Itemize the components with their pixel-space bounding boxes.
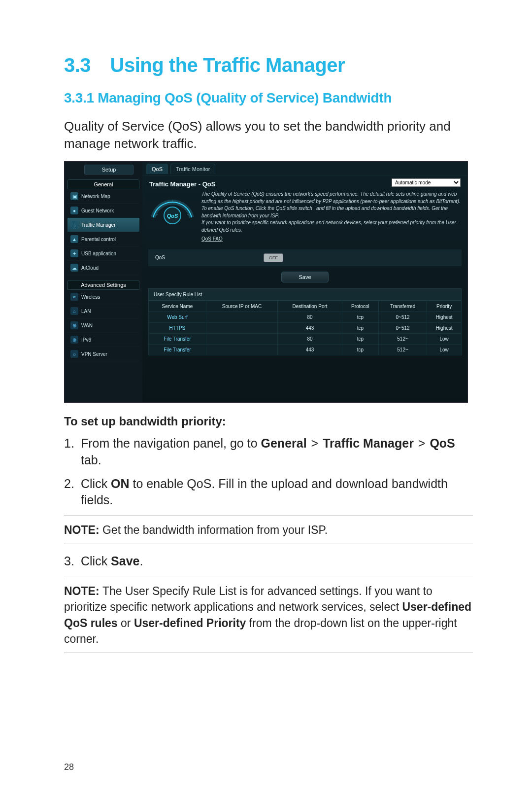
sidebar-item-network-map[interactable]: ▣Network Map [67, 189, 139, 204]
cell-proto: tcp [342, 344, 378, 355]
column-header: Source IP or MAC [206, 301, 277, 312]
cell-proto: tcp [342, 333, 378, 344]
table-row: HTTPS443tcp0~512Highest [149, 322, 462, 333]
mode-dropdown[interactable]: Automatic mode [392, 178, 461, 187]
network-map-icon: ▣ [70, 192, 78, 200]
page-number: 28 [64, 762, 74, 772]
cell-proto: tcp [342, 322, 378, 333]
sidebar-item-aicloud[interactable]: ☁AiCloud [67, 261, 139, 275]
vpn-server-icon: ☼ [70, 350, 78, 358]
sidebar-item-traffic-manager[interactable]: ∴Traffic Manager [67, 218, 139, 232]
qos-gauge-icon: QoS [149, 191, 196, 225]
sidebar-item-label: Wireless [81, 294, 100, 300]
table-row: File Transfer443tcp512~Low [149, 344, 462, 355]
column-header: Destination Port [278, 301, 342, 312]
cell-port: 80 [278, 312, 342, 322]
table-row: File Transfer80tcp512~Low [149, 333, 462, 344]
sidebar-item-label: Parental control [81, 237, 116, 242]
column-header: Service Name [149, 301, 206, 312]
cell-port: 80 [278, 333, 342, 344]
sidebar-group-advanced: Advanced Settings [67, 280, 139, 290]
sidebar-item-ipv6[interactable]: ⊕IPv6 [67, 333, 139, 347]
note-user-rules: NOTE: The User Specify Rule List is for … [64, 577, 473, 653]
usb-application-icon: ✦ [70, 249, 78, 257]
sidebar-item-label: USB application [81, 251, 116, 256]
cell-svc: Web Surf [149, 312, 206, 322]
cell-src [206, 333, 277, 344]
aicloud-icon: ☁ [70, 264, 78, 272]
sidebar-item-wan[interactable]: ⊕WAN [67, 318, 139, 333]
ipv6-icon: ⊕ [70, 336, 78, 344]
manual-page: 3.3 Using the Traffic Manager 3.3.1 Mana… [0, 0, 532, 802]
qos-enable-row: QoS OFF [148, 249, 462, 267]
sidebar-item-wireless[interactable]: ≈Wireless [67, 290, 139, 304]
traffic-manager-icon: ∴ [70, 221, 78, 229]
parental-control-icon: ▲ [70, 235, 78, 243]
lan-icon: ⌂ [70, 307, 78, 315]
cell-svc: File Transfer [149, 333, 206, 344]
tab-qos[interactable]: QoS [146, 164, 168, 174]
qos-description: The Quality of Service (QoS) ensures the… [201, 191, 461, 243]
sidebar-item-usb-application[interactable]: ✦USB application [67, 246, 139, 261]
sidebar-item-lan[interactable]: ⌂LAN [67, 304, 139, 318]
cell-proto: tcp [342, 312, 378, 322]
rule-list-header: User Specify Rule List [148, 288, 462, 301]
cell-trans: 512~ [379, 344, 427, 355]
cell-trans: 0~512 [379, 312, 427, 322]
cell-trans: 0~512 [379, 322, 427, 333]
column-header: Protocol [342, 301, 378, 312]
cell-svc: File Transfer [149, 344, 206, 355]
sidebar-item-label: LAN [81, 309, 91, 314]
column-header: Priority [427, 301, 462, 312]
step-1: 1. From the navigation panel, go to Gene… [64, 435, 473, 469]
cell-src [206, 322, 277, 333]
svg-text:QoS: QoS [167, 213, 178, 219]
qos-toggle[interactable]: OFF [264, 253, 283, 262]
table-row: Web Surf80tcp0~512Highest [149, 312, 462, 322]
cell-prio: Low [427, 344, 462, 355]
sidebar-item-label: Network Map [81, 194, 110, 199]
router-content: QoS Traffic Monitor Traffic Manager - Qo… [142, 162, 467, 402]
column-header: Transferred [379, 301, 427, 312]
sidebar-item-label: Guest Network [81, 208, 114, 213]
rule-table: Service NameSource IP or MACDestination … [148, 301, 462, 355]
wireless-icon: ≈ [70, 293, 78, 301]
cell-svc: HTTPS [149, 322, 206, 333]
step-3: 3. Click Save. [64, 553, 473, 570]
sidebar-item-label: VPN Server [81, 351, 107, 357]
router-sidebar: Setup General ▣Network Map●Guest Network… [65, 162, 142, 402]
qos-faq-link[interactable]: QoS FAQ [201, 236, 223, 243]
instructions-heading: To set up bandwidth priority: [64, 415, 473, 428]
section-title: 3.3 Using the Traffic Manager [64, 54, 473, 76]
wan-icon: ⊕ [70, 321, 78, 329]
tab-traffic-monitor[interactable]: Traffic Monitor [170, 164, 216, 174]
save-button[interactable]: Save [281, 272, 328, 282]
sidebar-item-label: WAN [81, 323, 93, 328]
sidebar-setup-button[interactable]: Setup [84, 165, 133, 174]
note-isp: NOTE: Get the bandwidth information from… [64, 516, 473, 544]
sidebar-item-guest-network[interactable]: ●Guest Network [67, 204, 139, 218]
cell-src [206, 344, 277, 355]
mode-select[interactable]: Automatic mode [392, 178, 461, 187]
sidebar-item-parental-control[interactable]: ▲Parental control [67, 232, 139, 246]
sidebar-item-label: IPv6 [81, 337, 91, 343]
router-ui-screenshot: Setup General ▣Network Map●Guest Network… [64, 161, 468, 403]
cell-prio: Highest [427, 322, 462, 333]
cell-prio: Highest [427, 312, 462, 322]
sidebar-item-vpn-server[interactable]: ☼VPN Server [67, 347, 139, 361]
sidebar-item-label: AiCloud [81, 265, 99, 271]
intro-paragraph: Quality of Service (QoS) allows you to s… [64, 118, 473, 152]
cell-prio: Low [427, 333, 462, 344]
cell-port: 443 [278, 344, 342, 355]
router-tabs: QoS Traffic Monitor [142, 162, 467, 175]
sidebar-item-label: Traffic Manager [81, 222, 115, 228]
qos-row-label: QoS [155, 255, 264, 260]
guest-network-icon: ● [70, 207, 78, 214]
sidebar-group-general: General [67, 179, 139, 189]
step-2: 2. Click ON to enable QoS. Fill in the u… [64, 476, 473, 509]
cell-trans: 512~ [379, 333, 427, 344]
cell-port: 443 [278, 322, 342, 333]
subsection-title: 3.3.1 Managing QoS (Quality of Service) … [64, 90, 473, 106]
cell-src [206, 312, 277, 322]
